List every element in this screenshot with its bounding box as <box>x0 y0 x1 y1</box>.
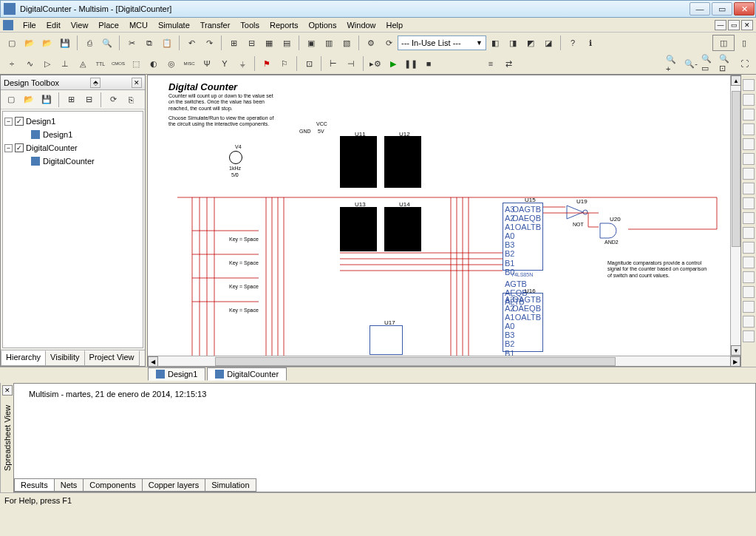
tb-a[interactable]: ◧ <box>487 35 503 51</box>
tbx-b[interactable]: ⊟ <box>81 92 97 108</box>
comp-trans[interactable]: ⊥ <box>57 55 73 72</box>
tbx-c[interactable]: ⟳ <box>105 92 121 108</box>
menu-view[interactable]: View <box>66 19 94 31</box>
schematic-canvas[interactable]: Digital Counter Counter will count up or… <box>147 75 741 367</box>
scrollbar-horizontal[interactable]: ◀ ▶ <box>148 356 740 366</box>
instr-17[interactable] <box>743 316 755 328</box>
comp-ttl[interactable]: TTL <box>92 55 109 72</box>
comp-pwr[interactable]: ⏚ <box>234 55 251 72</box>
probe2-button[interactable]: ⚐ <box>276 55 293 72</box>
tb2-b[interactable]: ⇄ <box>500 55 517 72</box>
instr-14[interactable] <box>743 271 755 283</box>
comp-misc[interactable]: ⬚ <box>128 55 144 72</box>
tree-root-design1[interactable]: − ✓ Design1 <box>4 115 141 128</box>
db2-button[interactable]: ▥ <box>321 35 337 51</box>
comp-analog[interactable]: ◬ <box>75 55 91 72</box>
comp-diode[interactable]: ▷ <box>39 55 55 72</box>
mdi-close[interactable]: ✕ <box>741 20 753 30</box>
zoom-out-button[interactable]: 🔍- <box>683 55 699 72</box>
checkbox-icon[interactable]: ✓ <box>15 117 24 126</box>
spreadsheet-close-button[interactable]: ✕ <box>2 385 13 396</box>
instr-8[interactable] <box>743 183 755 194</box>
tbx-d[interactable]: ⎘ <box>123 92 139 108</box>
tab-project-view[interactable]: Project View <box>84 350 140 366</box>
menu-reports[interactable]: Reports <box>265 19 304 31</box>
db-button[interactable]: ▣ <box>303 35 319 51</box>
paste-button[interactable]: 📋 <box>159 35 175 51</box>
grid2-button[interactable]: ⊟ <box>243 35 259 51</box>
comp-basic[interactable]: ÷ <box>4 55 20 72</box>
grid4-button[interactable]: ▤ <box>279 35 295 51</box>
undo-button[interactable]: ↶ <box>183 35 200 51</box>
tbx-open[interactable]: 📂 <box>21 92 37 108</box>
toolbox-pin-icon[interactable]: ⬘ <box>90 78 101 88</box>
scroll-thumb-v[interactable] <box>732 91 740 247</box>
sv-tab-components[interactable]: Components <box>83 478 142 492</box>
menu-edit[interactable]: Edit <box>41 19 66 31</box>
save-button[interactable]: 💾 <box>57 35 73 51</box>
mdi-restore[interactable]: ▭ <box>728 20 740 30</box>
circuit-tab-design1[interactable]: Design1 <box>148 367 205 381</box>
tbx-new[interactable]: ▢ <box>3 92 19 108</box>
scroll-up-icon[interactable]: ▲ <box>731 75 741 86</box>
tbx-a[interactable]: ⊞ <box>63 92 79 108</box>
run-button[interactable]: ▶ <box>385 55 401 72</box>
instr-2[interactable] <box>743 94 755 106</box>
hier-button[interactable]: ⊡ <box>301 55 317 72</box>
scroll-thumb-h[interactable] <box>215 357 616 366</box>
cut-button[interactable]: ✂ <box>123 35 140 51</box>
zoom-in-button[interactable]: 🔍+ <box>665 55 681 72</box>
db3-button[interactable]: ▧ <box>338 35 355 51</box>
menu-mcu[interactable]: MCU <box>124 19 153 31</box>
collapse-icon[interactable]: − <box>4 118 13 126</box>
checkbox-icon[interactable]: ✓ <box>15 143 24 152</box>
instr-1[interactable] <box>743 79 755 91</box>
instr-6[interactable] <box>743 153 755 165</box>
tab-visibility[interactable]: Visibility <box>45 350 85 366</box>
pause-button[interactable]: ❚❚ <box>403 55 419 72</box>
bus-button[interactable]: ⊢ <box>325 55 341 72</box>
instr-7[interactable] <box>743 168 755 180</box>
grid3-button[interactable]: ▦ <box>261 35 277 51</box>
sim-button[interactable]: ⚙ <box>363 35 379 51</box>
menu-place[interactable]: Place <box>93 19 124 31</box>
instr-3[interactable] <box>743 109 755 121</box>
open2-button[interactable]: 📂 <box>39 35 55 51</box>
comp-ind[interactable]: ◎ <box>163 55 180 72</box>
toolbox-close-button[interactable]: ✕ <box>132 78 142 88</box>
menu-options[interactable]: Options <box>304 19 342 31</box>
menu-transfer[interactable]: Transfer <box>195 19 236 31</box>
instr-5[interactable] <box>743 138 755 150</box>
spreadsheet-label[interactable]: Spreadsheet View <box>0 383 13 492</box>
sv-tab-results[interactable]: Results <box>14 478 55 492</box>
tb-b[interactable]: ◨ <box>505 35 521 51</box>
sim2-button[interactable]: ⟳ <box>381 35 397 51</box>
scroll-left-icon[interactable]: ◀ <box>148 356 158 367</box>
scroll-right-icon[interactable]: ▶ <box>730 356 740 367</box>
tb-c[interactable]: ◩ <box>522 35 539 51</box>
comp-rf[interactable]: Ψ <box>199 55 215 72</box>
scrollbar-vertical[interactable]: ▲ ▼ <box>730 75 740 356</box>
sv-tab-copper[interactable]: Copper layers <box>142 478 205 492</box>
comp-source[interactable]: ∿ <box>21 55 38 72</box>
collapse-icon[interactable]: − <box>4 144 13 152</box>
tree-root-digitalcounter[interactable]: − ✓ DigitalCounter <box>4 141 141 155</box>
probe-button[interactable]: ⚑ <box>259 55 275 72</box>
menu-file[interactable]: File <box>18 19 41 31</box>
maximize-button[interactable]: ▭ <box>712 2 732 16</box>
in-use-list-combo[interactable]: --- In-Use List --- ▼ <box>398 35 486 50</box>
sv-tab-simulation[interactable]: Simulation <box>205 478 256 492</box>
tb-d[interactable]: ◪ <box>540 35 556 51</box>
instr-13[interactable] <box>743 257 755 268</box>
fullscreen-button[interactable]: ⛶ <box>736 55 752 72</box>
comp-em[interactable]: Y <box>217 55 233 72</box>
instr-9[interactable] <box>743 197 755 209</box>
tbx-save[interactable]: 💾 <box>38 92 55 108</box>
redo-button[interactable]: ↷ <box>201 35 217 51</box>
instr-4[interactable] <box>743 123 755 135</box>
menu-tools[interactable]: Tools <box>235 19 265 31</box>
mdi-minimize[interactable]: — <box>715 20 726 30</box>
sv-tab-nets[interactable]: Nets <box>54 478 84 492</box>
tree-child-design1[interactable]: Design1 <box>4 128 141 141</box>
print-button[interactable]: ⎙ <box>81 35 98 51</box>
